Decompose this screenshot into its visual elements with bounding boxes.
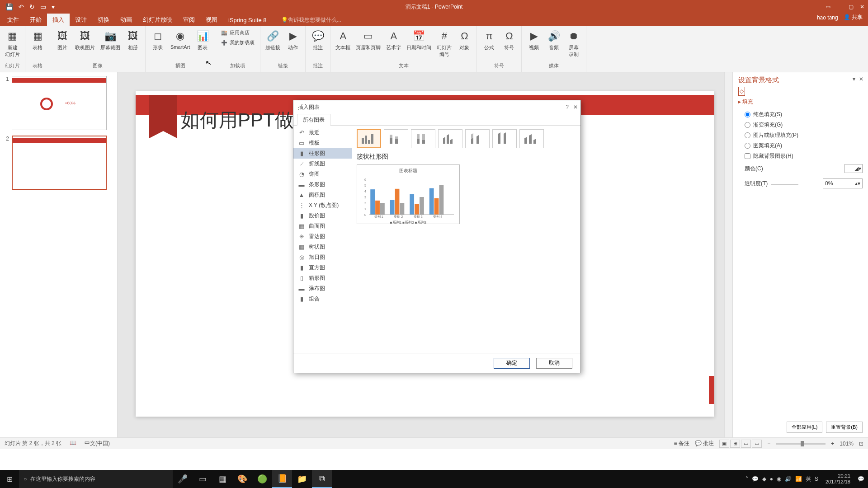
chart-subtype[interactable] <box>357 129 381 148</box>
svg-rect-24 <box>400 203 405 215</box>
svg-text:类别 4: 类别 4 <box>433 215 442 218</box>
subtype-row <box>357 129 576 148</box>
svg-text:6: 6 <box>364 178 366 181</box>
category-icon: ⟋ <box>298 160 305 168</box>
category-label: 直方图 <box>309 264 325 272</box>
svg-rect-27 <box>420 197 424 215</box>
dialog-titlebar[interactable]: 插入图表 ? ✕ <box>293 100 580 114</box>
svg-rect-11 <box>422 134 425 140</box>
cancel-button[interactable]: 取消 <box>536 358 572 369</box>
chart-category-list: ↶最近▭模板▮柱形图⟋折线图◔饼图▬条形图▲面积图⋮X Y (散点图)▮股价图▦… <box>293 126 352 353</box>
chart-category[interactable]: ▮柱形图 <box>293 148 352 159</box>
svg-text:1: 1 <box>364 207 366 211</box>
svg-text:4: 4 <box>364 190 366 193</box>
chart-subtype[interactable] <box>519 129 544 148</box>
category-icon: ▬ <box>298 181 305 188</box>
chart-category[interactable]: ▯箱形图 <box>293 273 352 283</box>
chart-category[interactable]: ⋮X Y (散点图) <box>293 200 352 211</box>
svg-text:类别 2: 类别 2 <box>394 215 403 218</box>
category-icon: ⋮ <box>298 202 305 209</box>
dialog-close-icon[interactable]: ✕ <box>573 104 578 110</box>
dialog-backdrop: 插入图表 ? ✕ 所有图表 ↶最近▭模板▮柱形图⟋折线图◔饼图▬条形图▲面积图⋮… <box>0 0 868 488</box>
category-label: 最近 <box>309 129 320 136</box>
chart-category[interactable]: ▭模板 <box>293 138 352 148</box>
category-label: 树状图 <box>309 243 325 251</box>
svg-rect-1 <box>365 136 367 144</box>
subtype-name: 簇状柱形图 <box>357 153 576 161</box>
svg-rect-30 <box>439 185 444 215</box>
svg-rect-0 <box>362 138 364 144</box>
category-label: 模板 <box>309 139 320 147</box>
insert-chart-dialog: 插入图表 ? ✕ 所有图表 ↶最近▭模板▮柱形图⟋折线图◔饼图▬条形图▲面积图⋮… <box>293 100 581 373</box>
dialog-title-text: 插入图表 <box>298 103 320 111</box>
dialog-tabs: 所有图表 <box>293 114 580 126</box>
chart-category[interactable]: ▬条形图 <box>293 179 352 190</box>
svg-text:5: 5 <box>364 184 366 187</box>
svg-rect-21 <box>380 203 385 215</box>
svg-rect-29 <box>434 198 439 215</box>
preview-legend: ■系列1 ■系列2 ■系列3 <box>360 220 457 225</box>
ok-button[interactable]: 确定 <box>494 358 530 369</box>
preview-chart: 0123456类别 1类别 2类别 3类别 4 <box>360 176 457 218</box>
category-label: 箱形图 <box>309 274 325 282</box>
svg-rect-22 <box>390 200 395 215</box>
chart-subtype[interactable] <box>384 129 408 148</box>
category-label: 雷达图 <box>309 233 325 240</box>
chart-category[interactable]: ⟋折线图 <box>293 159 352 169</box>
tab-all-charts[interactable]: 所有图表 <box>297 114 330 126</box>
chart-category[interactable]: ▬瀑布图 <box>293 283 352 294</box>
category-icon: ✳ <box>298 233 305 240</box>
category-icon: ▦ <box>298 223 305 230</box>
chart-category[interactable]: ✳雷达图 <box>293 231 352 242</box>
chart-category[interactable]: ▲面积图 <box>293 190 352 200</box>
chart-subtype[interactable] <box>438 129 462 148</box>
chart-category[interactable]: ▮股价图 <box>293 211 352 221</box>
svg-text:类别 1: 类别 1 <box>374 215 383 218</box>
svg-text:0: 0 <box>364 213 366 216</box>
chart-category[interactable]: ◔饼图 <box>293 169 352 179</box>
dialog-help-icon[interactable]: ? <box>566 104 569 110</box>
category-icon: ▮ <box>298 212 305 220</box>
chart-category[interactable]: ▮组合 <box>293 294 352 304</box>
category-label: 旭日图 <box>309 253 325 261</box>
category-icon: ▮ <box>298 264 305 272</box>
category-icon: ▲ <box>298 192 305 199</box>
category-icon: ▭ <box>298 140 305 147</box>
chart-category[interactable]: ↶最近 <box>293 127 352 138</box>
svg-rect-28 <box>429 188 434 215</box>
svg-rect-2 <box>368 140 370 144</box>
svg-rect-9 <box>417 134 420 139</box>
chart-category[interactable]: ▮直方图 <box>293 263 352 273</box>
chart-category[interactable]: ◎旭日图 <box>293 252 352 263</box>
category-label: X Y (散点图) <box>309 202 339 209</box>
svg-rect-20 <box>375 201 380 215</box>
category-icon: ▦ <box>298 244 305 251</box>
chart-subtype[interactable] <box>411 129 435 148</box>
category-label: 条形图 <box>309 181 325 188</box>
chart-category[interactable]: ▦树状图 <box>293 242 352 252</box>
chart-subtype[interactable] <box>465 129 490 148</box>
category-label: 柱形图 <box>309 150 325 157</box>
category-icon: ▬ <box>298 285 305 292</box>
svg-rect-19 <box>370 189 375 215</box>
svg-text:2: 2 <box>364 202 366 205</box>
category-label: 组合 <box>309 295 320 303</box>
svg-rect-5 <box>390 135 392 138</box>
chart-category[interactable]: ▦曲面图 <box>293 221 352 231</box>
svg-rect-25 <box>410 194 414 215</box>
svg-rect-7 <box>395 136 398 139</box>
category-label: 瀑布图 <box>309 285 325 292</box>
chart-subtype[interactable] <box>492 129 517 148</box>
category-icon: ▯ <box>298 275 305 282</box>
category-icon: ↶ <box>298 129 305 136</box>
svg-text:3: 3 <box>364 196 366 199</box>
category-icon: ◎ <box>298 254 305 261</box>
category-icon: ▮ <box>298 150 305 157</box>
category-icon: ▮ <box>298 296 305 303</box>
category-label: 折线图 <box>309 160 325 168</box>
preview-title: 图表标题 <box>360 168 457 174</box>
svg-text:类别 3: 类别 3 <box>414 215 423 218</box>
svg-rect-26 <box>415 204 419 215</box>
chart-preview[interactable]: 图表标题 0123456类别 1类别 2类别 3类别 4 ■系列1 ■系列2 ■… <box>357 164 460 224</box>
svg-rect-3 <box>371 134 373 144</box>
